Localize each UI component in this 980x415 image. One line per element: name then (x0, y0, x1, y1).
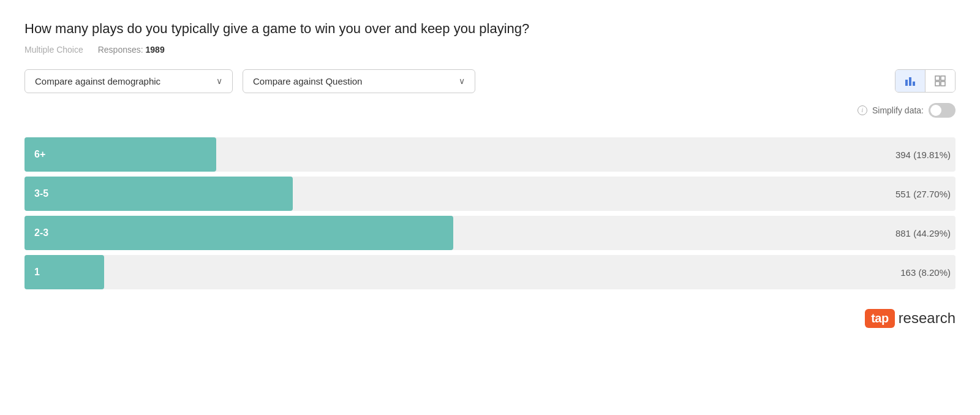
svg-rect-2 (913, 82, 915, 86)
bar-value: 881 (44.29%) (895, 227, 956, 238)
compare-question-dropdown[interactable]: Compare against Question ∨ (243, 69, 475, 93)
bar-row: 1163 (8.20%) (24, 255, 956, 289)
compare-demographic-label: Compare against demographic (35, 76, 160, 86)
simplify-row: i Simplify data: (24, 103, 956, 118)
bar-label: 2-3 (24, 216, 48, 250)
bar-chart-icon (904, 75, 916, 87)
grid-view-button[interactable] (925, 70, 955, 92)
chart-view-button[interactable] (895, 70, 925, 92)
svg-rect-4 (941, 76, 945, 80)
svg-rect-0 (905, 80, 908, 86)
compare-question-label: Compare against Question (253, 76, 362, 86)
compare-demographic-dropdown[interactable]: Compare against demographic ∨ (24, 69, 233, 93)
logo-research: research (899, 310, 956, 327)
bar-fill (24, 216, 453, 250)
simplify-toggle[interactable] (929, 103, 956, 118)
bar-fill (24, 137, 216, 172)
question-title: How many plays do you typically give a g… (24, 20, 956, 39)
logo-tap: tap (865, 309, 895, 328)
bar-row: 6+394 (19.81%) (24, 137, 956, 172)
simplify-label: Simplify data: (872, 105, 924, 115)
info-icon: i (858, 105, 867, 115)
meta-row: Multiple Choice Responses: 1989 (24, 45, 956, 55)
bar-value: 551 (27.70%) (895, 188, 956, 199)
chevron-down-icon: ∨ (459, 76, 465, 86)
controls-row: Compare against demographic ∨ Compare ag… (24, 69, 956, 93)
bar-row: 2-3881 (44.29%) (24, 216, 956, 250)
responses-label: Responses: 1989 (98, 45, 165, 55)
bar-label: 1 (24, 255, 40, 289)
responses-value: 1989 (146, 45, 165, 55)
bar-label: 3-5 (24, 177, 48, 211)
logo-area: tap research (24, 309, 956, 328)
question-type-label: Multiple Choice (24, 45, 83, 55)
svg-rect-1 (909, 77, 911, 86)
bar-value: 163 (8.20%) (900, 267, 956, 277)
bar-fill (24, 177, 293, 211)
svg-rect-3 (935, 76, 940, 80)
view-toggle-group (895, 69, 956, 93)
chart-area: 6+394 (19.81%)3-5551 (27.70%)2-3881 (44.… (24, 137, 956, 289)
bar-row: 3-5551 (27.70%) (24, 177, 956, 211)
svg-rect-6 (941, 82, 945, 86)
chevron-down-icon: ∨ (216, 76, 222, 86)
bar-value: 394 (19.81%) (895, 149, 956, 159)
bar-label: 6+ (24, 137, 45, 172)
grid-icon (934, 75, 946, 87)
svg-rect-5 (935, 82, 940, 86)
